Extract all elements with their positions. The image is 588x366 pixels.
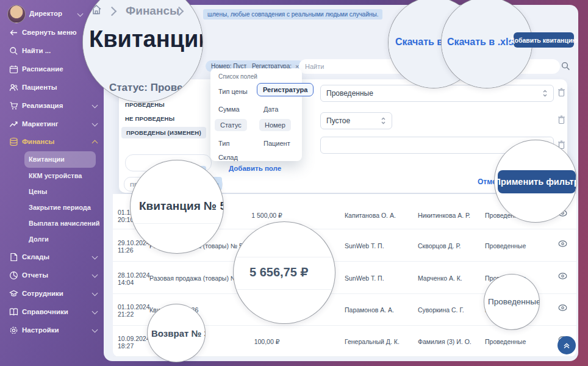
status-magnified: Проведенные xyxy=(488,297,540,306)
sidebar-item-marketing[interactable]: Маркетинг xyxy=(22,120,59,127)
settings-icon[interactable] xyxy=(9,326,18,335)
sidebar-item-search[interactable]: Найти ... xyxy=(22,47,51,54)
breadcrumb-finance[interactable]: Финансы xyxy=(126,4,179,18)
calendar-icon[interactable] xyxy=(9,65,18,74)
empty-select[interactable]: Пустое xyxy=(320,112,392,129)
eye-icon[interactable] xyxy=(558,240,567,247)
field-option-price-type[interactable]: Тип цены xyxy=(218,88,248,95)
chevron-down-icon[interactable] xyxy=(92,254,98,260)
cart-icon[interactable] xyxy=(9,101,18,110)
sidebar-item-reports[interactable]: Отчеты xyxy=(22,271,48,279)
chevron-down-icon[interactable] xyxy=(92,309,98,315)
sidebar-item-collapse[interactable]: Свернуть меню xyxy=(22,29,77,36)
field-option-warehouse[interactable]: Склад xyxy=(218,154,238,161)
apply-filter-button[interactable]: Применить фильтр xyxy=(498,170,576,193)
row-divider xyxy=(234,257,335,257)
reports-icon[interactable] xyxy=(9,271,18,280)
eye-icon[interactable] xyxy=(558,273,567,279)
chevron-down-icon[interactable] xyxy=(92,121,98,127)
field-option-number[interactable]: Номер xyxy=(259,119,291,131)
sidebar-item-staff[interactable]: Сотрудники xyxy=(22,290,63,297)
cell-patient: Генеральный Д. К. xyxy=(345,338,400,345)
finance-icon[interactable] xyxy=(9,137,18,146)
field-option-registry[interactable]: Регистратура xyxy=(257,83,314,96)
trash-icon[interactable] xyxy=(558,115,565,124)
trash-icon[interactable] xyxy=(558,88,565,97)
row-divider xyxy=(113,261,576,262)
cell-name[interactable]: Разовая продажа (товары) № 47 xyxy=(149,274,246,282)
field-option-date[interactable]: Дата xyxy=(264,106,278,113)
app-screen: Номер: Пустое × Регистратура: × Найти ПР… xyxy=(0,0,588,366)
sidebar-item-settings[interactable]: Настройки xyxy=(22,326,59,334)
staff-icon[interactable] xyxy=(9,289,18,298)
fields-popup-title: Список полей xyxy=(218,73,257,80)
cell-person: Фамилия (3) И. О. xyxy=(418,338,471,345)
magnifier-lens-apply: Применить фильтр xyxy=(494,140,577,223)
arrow-left-icon[interactable] xyxy=(9,28,18,37)
sidebar-subitem-debts[interactable]: Долги xyxy=(29,235,49,243)
field-option-status[interactable]: Статус xyxy=(215,119,247,131)
cell-patient: Парамонов А. А. xyxy=(345,306,394,314)
magnifier-lens-refund: Возврат № 34 xyxy=(147,304,206,362)
chevron-down-icon[interactable] xyxy=(92,102,98,109)
double-chevron-up-icon xyxy=(562,341,571,350)
magnifier-lens-receipt: Квитанция № 53 xyxy=(130,160,224,254)
warehouse-icon[interactable] xyxy=(9,253,18,262)
receipt-name-magnified[interactable]: Квитанция № 53 xyxy=(139,199,224,213)
cell-person: Суворкина С. Г. xyxy=(418,306,464,314)
sidebar-subitem-payouts[interactable]: Выплата начислений xyxy=(29,220,100,227)
chevron-down-icon[interactable] xyxy=(92,272,98,278)
scroll-to-top-button[interactable] xyxy=(558,336,576,354)
chevron-up-icon[interactable] xyxy=(92,140,98,146)
sidebar-subitem-period-close[interactable]: Закрытие периода xyxy=(29,204,91,211)
cell-date: 28.10.2024 xyxy=(118,271,150,279)
avatar[interactable] xyxy=(7,5,26,23)
search-icon[interactable] xyxy=(561,62,570,71)
user-role-label[interactable]: Директор xyxy=(29,10,62,17)
search-icon[interactable] xyxy=(9,46,18,56)
cell-status: Проведенные xyxy=(485,242,526,249)
chevron-down-icon[interactable] xyxy=(92,290,98,296)
field-option-patient[interactable]: Пациент xyxy=(264,140,290,147)
sort-chevrons-icon xyxy=(381,117,386,125)
row-divider xyxy=(234,289,335,290)
sidebar-subitem-receipts[interactable]: Квитанции xyxy=(29,156,65,163)
cell-patient: Капитанова О. А. xyxy=(345,212,396,219)
fields-popup: Список полей Тип цены Регистратура Сумма… xyxy=(210,68,302,161)
sidebar-item-directories[interactable]: Справочники xyxy=(22,308,68,315)
chevron-down-icon[interactable] xyxy=(77,11,84,17)
chevron-down-icon[interactable] xyxy=(92,327,98,333)
cell-time: 14:04 xyxy=(118,279,134,286)
sidebar-subitem-prices[interactable]: Цены xyxy=(29,188,47,195)
cell-patient: SunWeb Т. П. xyxy=(345,242,384,249)
sort-chevrons-icon xyxy=(542,89,548,98)
eye-icon[interactable] xyxy=(558,304,567,311)
download-xlsx-link[interactable]: Скачать в .xlsx xyxy=(447,37,519,48)
marketing-icon[interactable] xyxy=(9,120,18,129)
sidebar-item-warehouses[interactable]: Склады xyxy=(22,253,49,260)
field-option-sum[interactable]: Сумма xyxy=(218,106,240,113)
search-placeholder: Найти xyxy=(305,63,324,70)
add-receipt-button[interactable]: Добавить квитанцию xyxy=(514,32,574,48)
cell-time: 11:26 xyxy=(118,246,134,254)
add-field-link[interactable]: Добавить поле xyxy=(229,165,281,172)
cell-status: Проведенные xyxy=(485,338,526,345)
cell-time: 18:27 xyxy=(118,342,134,350)
patients-icon[interactable] xyxy=(9,83,18,92)
sidebar-item-sales[interactable]: Реализация xyxy=(22,102,63,109)
disclaimer-banner: шлены, любые совпадения с реальными людь… xyxy=(203,9,382,20)
sidebar-item-schedule[interactable]: Расписание xyxy=(22,65,63,73)
field-option-type[interactable]: Тип xyxy=(218,140,229,147)
status-option-posted-changed[interactable]: ПРОВЕДЕНЫ (ИЗМЕНЕН) xyxy=(121,127,206,138)
sidebar-subitem-kkm[interactable]: ККМ устройства xyxy=(29,172,82,179)
sidebar-item-finance[interactable]: Финансы xyxy=(22,138,54,145)
directories-icon[interactable] xyxy=(9,307,18,317)
page-title: Квитанции xyxy=(89,26,203,52)
cell-person: Марченко А. К. xyxy=(418,274,462,282)
cell-patient: SunWeb Т. П. xyxy=(345,274,384,282)
status-option-not-posted[interactable]: НЕ ПРОВЕДЕНЫ xyxy=(125,115,174,122)
refund-name-magnified[interactable]: Возврат № 34 xyxy=(151,328,206,339)
sidebar-item-patients[interactable]: Пациенты xyxy=(22,84,57,91)
status-select-value: Проведенные xyxy=(326,89,373,98)
cell-amount: 100,00 ₽ xyxy=(232,338,302,345)
